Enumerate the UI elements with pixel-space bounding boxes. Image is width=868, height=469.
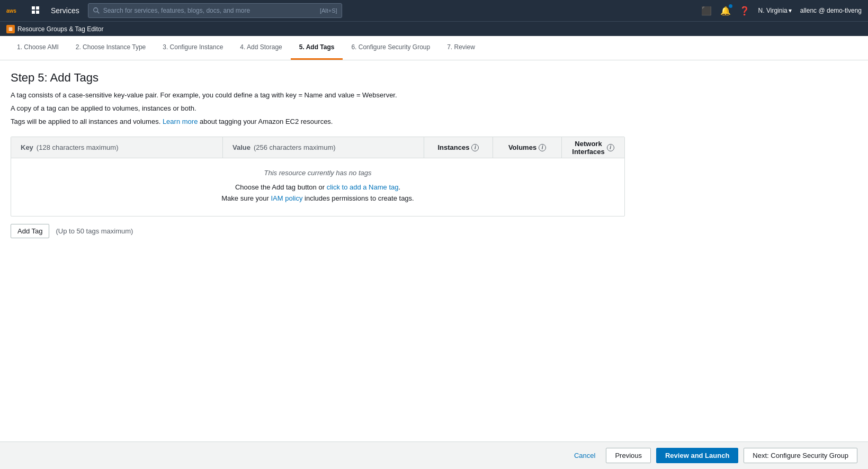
col-instances-header: Instances i xyxy=(424,137,493,158)
svg-rect-2 xyxy=(36,6,39,10)
add-name-tag-link[interactable]: click to add a Name tag xyxy=(327,183,399,191)
tags-table-header: Key (128 characters maximum) Value (256 … xyxy=(11,137,624,158)
terminal-icon[interactable]: ⬛ xyxy=(701,6,712,16)
wizard-steps: 1. Choose AMI 2. Choose Instance Type 3.… xyxy=(0,36,868,60)
svg-rect-4 xyxy=(36,11,39,14)
step-add-storage[interactable]: 4. Add Storage xyxy=(231,36,290,60)
add-tag-section: Add Tag (Up to 50 tags maximum) xyxy=(11,224,857,238)
col-volumes-header: Volumes i xyxy=(493,137,562,158)
aws-logo-image: aws xyxy=(6,5,23,16)
grid-icon[interactable] xyxy=(30,6,42,15)
resource-bar: ⊞ Resource Groups & Tag Editor xyxy=(0,21,868,36)
previous-button[interactable]: Previous xyxy=(606,448,651,463)
search-shortcut: [Alt+S] xyxy=(320,7,337,14)
page-desc-2: A copy of a tag can be applied to volume… xyxy=(11,103,857,114)
no-tags-text: This resource currently has no tags xyxy=(264,169,371,177)
next-configure-security-group-button[interactable]: Next: Configure Security Group xyxy=(744,448,857,463)
aws-logo[interactable]: aws xyxy=(6,5,23,16)
svg-line-6 xyxy=(97,12,99,14)
bottom-bar: Cancel Previous Review and Launch Next: … xyxy=(0,441,868,469)
step-choose-ami[interactable]: 1. Choose AMI xyxy=(8,36,67,60)
page-desc-3-prefix: Tags will be applied to all instances an… xyxy=(11,118,163,125)
network-info-icon[interactable]: i xyxy=(607,144,614,151)
help-icon[interactable]: ❓ xyxy=(739,6,750,16)
iam-policy-link[interactable]: IAM policy xyxy=(271,194,302,202)
step-configure-instance[interactable]: 3. Configure Instance xyxy=(154,36,231,60)
resource-tag-icon: ⊞ xyxy=(6,25,15,33)
resource-groups-link[interactable]: ⊞ Resource Groups & Tag Editor xyxy=(6,25,104,33)
main-content: Step 5: Add Tags A tag consists of a cas… xyxy=(0,60,868,281)
add-tag-instructions-1: Choose the Add tag button or click to ad… xyxy=(235,183,400,191)
page-desc-1: A tag consists of a case-sensitive key-v… xyxy=(11,90,857,101)
region-selector[interactable]: N. Virginia ▾ xyxy=(758,7,792,14)
col-network-header: NetworkInterfaces i xyxy=(562,137,624,158)
resource-bar-label: Resource Groups & Tag Editor xyxy=(17,25,104,33)
col-key-header: Key (128 characters maximum) xyxy=(11,137,223,158)
search-bar[interactable]: [Alt+S] xyxy=(88,3,342,18)
col-value-header: Value (256 characters maximum) xyxy=(223,137,424,158)
step-configure-security-group[interactable]: 6. Configure Security Group xyxy=(343,36,439,60)
svg-rect-1 xyxy=(32,6,35,10)
top-navigation: aws Services [Alt+S] ⬛ 🔔 ❓ N. Virginia ▾… xyxy=(0,0,868,21)
search-input[interactable] xyxy=(103,7,317,14)
tags-table: Key (128 characters maximum) Value (256 … xyxy=(11,137,625,217)
step-add-tags[interactable]: 5. Add Tags xyxy=(291,36,343,60)
iam-policy-instructions: Make sure your IAM policy includes permi… xyxy=(221,194,414,202)
page-desc-3: Tags will be applied to all instances an… xyxy=(11,116,857,128)
learn-more-link[interactable]: Learn more xyxy=(163,118,198,125)
page-desc-3-suffix: about tagging your Amazon EC2 resources. xyxy=(198,118,333,125)
user-menu[interactable]: allenc @ demo-tlveng xyxy=(800,7,862,14)
max-tags-note: (Up to 50 tags maximum) xyxy=(56,227,133,235)
add-tag-button[interactable]: Add Tag xyxy=(11,224,49,238)
notification-icon[interactable]: 🔔 xyxy=(720,6,731,16)
services-button[interactable]: Services xyxy=(49,6,82,15)
svg-point-5 xyxy=(93,8,97,12)
step-choose-instance-type[interactable]: 2. Choose Instance Type xyxy=(67,36,155,60)
svg-rect-3 xyxy=(32,11,35,14)
volumes-info-icon[interactable]: i xyxy=(539,144,546,151)
search-icon xyxy=(93,7,100,14)
tags-table-body: This resource currently has no tags Choo… xyxy=(11,158,624,216)
step-review[interactable]: 7. Review xyxy=(439,36,484,60)
svg-text:aws: aws xyxy=(6,8,16,14)
instances-info-icon[interactable]: i xyxy=(471,144,479,151)
cancel-button[interactable]: Cancel xyxy=(569,448,601,463)
nav-right: ⬛ 🔔 ❓ N. Virginia ▾ allenc @ demo-tlveng xyxy=(701,6,862,16)
network-interfaces-label: NetworkInterfaces xyxy=(572,140,604,156)
review-and-launch-button[interactable]: Review and Launch xyxy=(656,448,738,463)
page-title: Step 5: Add Tags xyxy=(11,71,857,85)
